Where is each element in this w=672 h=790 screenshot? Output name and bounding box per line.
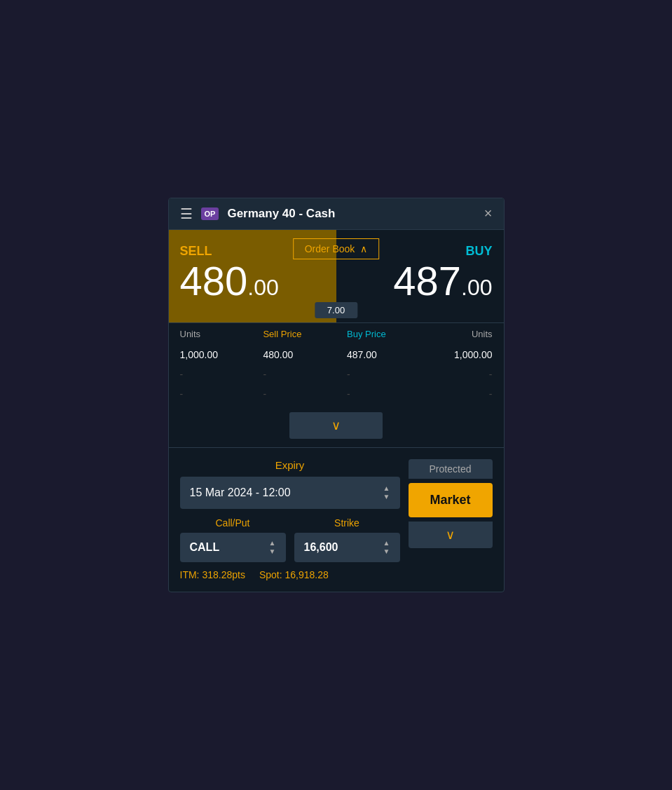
op-badge: OP: [201, 207, 219, 220]
call-put-value: CALL: [190, 541, 220, 554]
cell-units-left: -: [169, 365, 252, 384]
call-put-up-button[interactable]: ▲: [269, 540, 276, 547]
close-icon[interactable]: ×: [484, 205, 493, 222]
cell-units-left: -: [169, 384, 252, 404]
buy-price-decimal: .00: [461, 275, 492, 300]
header: ☰ OP Germany 40 - Cash ×: [169, 198, 504, 230]
expand-row: ∨: [169, 404, 504, 447]
spot-text: Spot: 16,918.28: [259, 569, 329, 580]
itm-row: ITM: 318.28pts Spot: 16,918.28: [180, 569, 400, 580]
options-row: Expiry 15 Mar 2024 - 12:00 ▲ ▼ Call/Put …: [180, 459, 493, 580]
expand-button[interactable]: ∨: [289, 412, 383, 439]
cell-sell: -: [252, 365, 336, 384]
itm-text: ITM: 318.28pts: [180, 569, 245, 580]
spread-badge: 7.00: [315, 302, 357, 318]
market-button[interactable]: Market: [409, 483, 493, 517]
call-put-stepper[interactable]: ▲ ▼: [269, 540, 276, 555]
expiry-down-button[interactable]: ▼: [383, 493, 390, 500]
buy-price-main: 487: [393, 258, 461, 304]
protected-label: Protected: [409, 459, 493, 479]
col-header-buy-price: Buy Price: [336, 323, 420, 345]
page-title: Germany 40 - Cash: [227, 207, 475, 221]
strike-label: Strike: [294, 517, 400, 529]
order-book-chevron-icon: ∧: [360, 243, 367, 254]
table-row: - - - -: [169, 384, 504, 404]
col-header-units-left: Units: [169, 323, 252, 345]
cell-units-right: 1,000.00: [420, 345, 504, 365]
call-put-label: Call/Put: [180, 517, 286, 529]
sell-price: 480.00: [180, 259, 279, 304]
buy-price: 487.00: [393, 259, 492, 304]
strike-stepper[interactable]: ▲ ▼: [383, 540, 390, 555]
col-header-sell-price: Sell Price: [252, 323, 336, 345]
expiry-stepper[interactable]: ▲ ▼: [383, 485, 390, 500]
cell-sell: -: [252, 384, 336, 404]
sell-price-main: 480: [180, 258, 248, 304]
options-left: Expiry 15 Mar 2024 - 12:00 ▲ ▼ Call/Put …: [180, 459, 400, 580]
cell-buy: -: [336, 384, 420, 404]
options-right: Protected Market ∨: [409, 459, 493, 580]
expiry-selector[interactable]: 15 Mar 2024 - 12:00 ▲ ▼: [180, 477, 400, 509]
strike-down-button[interactable]: ▼: [383, 548, 390, 555]
call-put-strike-row: Call/Put CALL ▲ ▼ Strike 16,600: [180, 517, 400, 562]
cell-units-right: -: [420, 365, 504, 384]
strike-group: Strike 16,600 ▲ ▼: [294, 517, 400, 562]
table-row: - - - -: [169, 365, 504, 384]
sell-price-decimal: .00: [247, 275, 278, 300]
buy-label: BUY: [465, 244, 492, 259]
market-dropdown-button[interactable]: ∨: [409, 522, 493, 548]
cell-sell: 480.00: [252, 345, 336, 365]
cell-units-left: 1,000.00: [169, 345, 252, 365]
table-row: 1,000.00 480.00 487.00 1,000.00: [169, 345, 504, 365]
strike-selector[interactable]: 16,600 ▲ ▼: [294, 533, 400, 562]
expiry-label: Expiry: [180, 459, 400, 471]
col-header-units-right: Units: [420, 323, 504, 345]
call-put-selector[interactable]: CALL ▲ ▼: [180, 533, 286, 562]
strike-up-button[interactable]: ▲: [383, 540, 390, 547]
cell-buy: -: [336, 365, 420, 384]
options-section: Expiry 15 Mar 2024 - 12:00 ▲ ▼ Call/Put …: [169, 448, 504, 592]
order-book-table: Units Sell Price Buy Price Units 1,000.0…: [169, 323, 504, 404]
expiry-up-button[interactable]: ▲: [383, 485, 390, 492]
cell-units-right: -: [420, 384, 504, 404]
call-put-down-button[interactable]: ▼: [269, 548, 276, 555]
price-bar: SELL 480.00 Order Book ∧ BUY 487.00 7.00: [169, 230, 504, 323]
strike-value: 16,600: [304, 541, 338, 554]
order-book-button[interactable]: Order Book ∧: [293, 238, 380, 259]
hamburger-menu-icon[interactable]: ☰: [180, 205, 193, 222]
order-book-label: Order Book: [305, 243, 355, 254]
sell-label: SELL: [180, 244, 212, 259]
expiry-value: 15 Mar 2024 - 12:00: [190, 486, 291, 499]
trading-widget: ☰ OP Germany 40 - Cash × SELL 480.00 Ord…: [168, 198, 505, 593]
call-put-group: Call/Put CALL ▲ ▼: [180, 517, 286, 562]
cell-buy: 487.00: [336, 345, 420, 365]
